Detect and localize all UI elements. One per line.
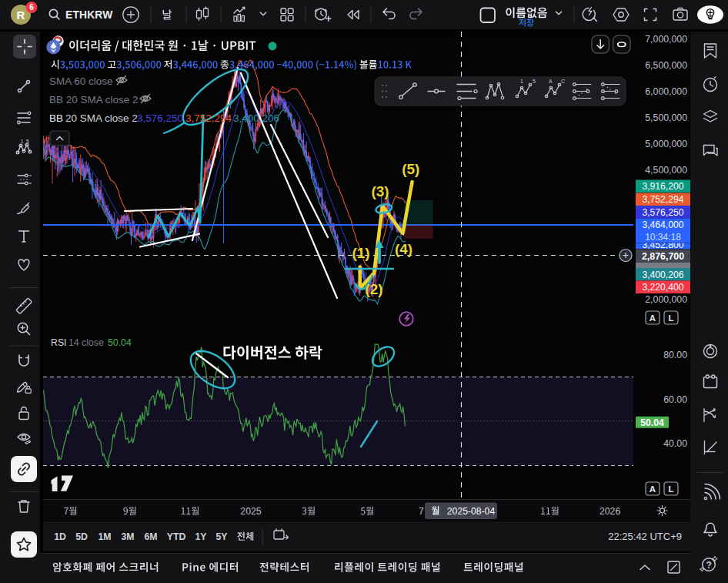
svg-text:(4): (4) [395, 241, 412, 257]
svg-text:4,500,000: 4,500,000 [645, 165, 687, 176]
svg-text:3,752,294: 3,752,294 [185, 112, 232, 124]
svg-text:BB 20 SMA close 2: BB 20 SMA close 2 [49, 94, 139, 106]
svg-text:?: ? [706, 560, 712, 571]
svg-text:1Y: 1Y [195, 531, 206, 542]
svg-text:A: A [650, 313, 656, 323]
svg-text:(1): (1) [352, 245, 369, 261]
svg-text:(5): (5) [402, 161, 419, 177]
svg-text:40.00: 40.00 [663, 438, 687, 449]
svg-text:ETHKRW: ETHKRW [65, 9, 113, 21]
svg-text:(3): (3) [371, 183, 389, 199]
svg-text:80.00: 80.00 [663, 350, 687, 360]
svg-text:5: 5 [533, 79, 536, 84]
svg-text:5D: 5D [75, 531, 88, 542]
svg-text:3,752,294: 3,752,294 [642, 194, 683, 205]
svg-text:2025-08-04: 2025-08-04 [447, 506, 496, 517]
svg-text:6M: 6M [144, 531, 157, 542]
svg-text:10:34:18: 10:34:18 [645, 232, 681, 243]
svg-text:3,400,206: 3,400,206 [233, 112, 279, 124]
svg-text:1D: 1D [54, 531, 66, 542]
svg-text:3,220,400: 3,220,400 [642, 282, 683, 293]
svg-text:YTD: YTD [167, 531, 186, 542]
svg-text:3M: 3M [121, 531, 134, 542]
svg-text:7: 7 [419, 506, 424, 517]
svg-text:1M: 1M [98, 531, 111, 542]
svg-text:3,400,206: 3,400,206 [642, 270, 683, 280]
svg-text:2025: 2025 [240, 506, 262, 517]
svg-text:1: 1 [520, 79, 523, 84]
svg-text:6: 6 [29, 3, 34, 12]
svg-text:L: L [668, 484, 673, 494]
svg-text:5Y: 5Y [215, 531, 227, 542]
svg-text:2,000,000: 2,000,000 [645, 294, 687, 305]
svg-text:50.04: 50.04 [640, 417, 664, 428]
svg-text:L: L [668, 313, 673, 323]
svg-text:R: R [17, 8, 25, 22]
svg-text:6,500,000: 6,500,000 [645, 60, 687, 71]
svg-text:22:25:42 UTC+9: 22:25:42 UTC+9 [608, 531, 682, 542]
svg-text:5,500,000: 5,500,000 [645, 112, 687, 123]
svg-text:3,916,200: 3,916,200 [642, 181, 683, 192]
svg-text:SMA 60 close: SMA 60 close [49, 75, 113, 87]
svg-text:(2): (2) [365, 281, 382, 297]
svg-text:1: 1 [21, 139, 24, 144]
svg-text:BB: BB [49, 112, 63, 124]
svg-text:7,000,000: 7,000,000 [645, 34, 687, 45]
svg-text:6,000,000: 6,000,000 [645, 86, 687, 97]
svg-text:A: A [650, 484, 656, 494]
svg-text:50.04: 50.04 [108, 337, 132, 348]
svg-text:14 close: 14 close [68, 337, 104, 348]
svg-text:2026: 2026 [599, 506, 621, 517]
svg-text:5,000,000: 5,000,000 [645, 139, 687, 149]
svg-text:3,464,000: 3,464,000 [642, 219, 683, 230]
svg-text:C: C [561, 79, 565, 84]
svg-text:20 SMA close 2: 20 SMA close 2 [65, 112, 138, 124]
svg-text:3,576,250: 3,576,250 [137, 112, 183, 124]
svg-text:60.00: 60.00 [663, 394, 687, 405]
svg-text:3,576,250: 3,576,250 [642, 207, 683, 218]
svg-text:A: A [549, 79, 553, 84]
svg-text:2,876,700: 2,876,700 [642, 251, 684, 262]
svg-text:5: 5 [26, 139, 29, 144]
svg-text:RSI: RSI [51, 337, 67, 348]
